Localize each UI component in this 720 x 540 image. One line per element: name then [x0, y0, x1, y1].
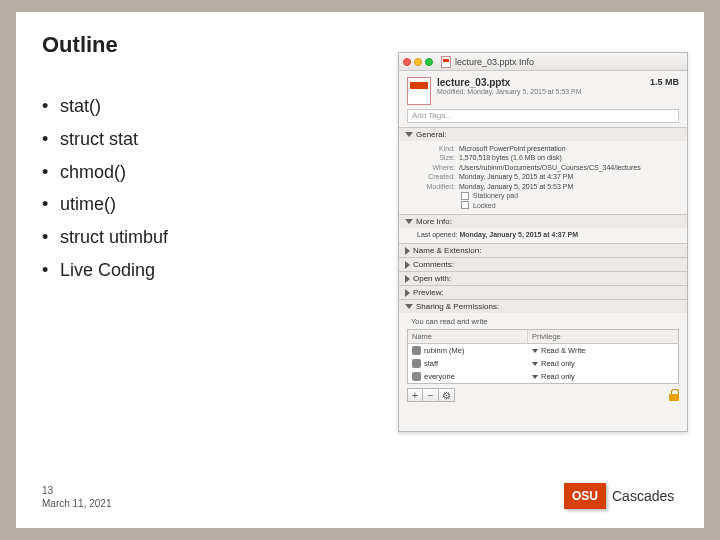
disclosure-triangle-icon[interactable] [405, 261, 410, 269]
section-header-open-with[interactable]: Open with: [399, 272, 687, 285]
disclosure-triangle-icon[interactable] [405, 275, 410, 283]
file-size: 1.5 MB [650, 77, 679, 87]
user-icon [412, 346, 421, 355]
kind-value: Microsoft PowerPoint presentation [459, 144, 679, 153]
logo-text: Cascades [612, 488, 674, 504]
disclosure-triangle-icon[interactable] [405, 219, 413, 224]
section-label: General: [416, 130, 447, 139]
gear-icon: ⚙ [442, 390, 451, 401]
action-button[interactable]: ⚙ [439, 388, 455, 402]
size-label: Size: [417, 153, 459, 162]
user-name: everyone [424, 372, 455, 381]
disclosure-triangle-icon[interactable] [405, 132, 413, 137]
where-value: /Users/rubinm/Documents/OSU_Courses/CS_3… [459, 163, 679, 172]
minimize-icon[interactable] [414, 58, 422, 66]
slide-date: March 11, 2021 [42, 497, 112, 510]
file-icon [441, 56, 451, 68]
list-item: stat() [42, 92, 168, 121]
list-item: utime() [42, 190, 168, 219]
group-icon [412, 359, 421, 368]
slide-footer: 13 March 11, 2021 [42, 484, 112, 510]
disclosure-triangle-icon[interactable] [405, 304, 413, 309]
zoom-icon[interactable] [425, 58, 433, 66]
locked-checkbox[interactable] [461, 201, 469, 209]
table-row[interactable]: staff Read only [408, 357, 678, 370]
size-value: 1,570,518 bytes (1.6 MB on disk) [459, 153, 679, 162]
section-header-general[interactable]: General: [399, 128, 687, 141]
user-name: rubinm (Me) [424, 346, 464, 355]
dropdown-icon[interactable] [532, 375, 538, 379]
section-label: Preview: [413, 288, 444, 297]
created-label: Created: [417, 172, 459, 181]
info-header: lecture_03.pptx Modified: Monday, Januar… [399, 71, 687, 109]
disclosure-triangle-icon[interactable] [405, 289, 410, 297]
table-row[interactable]: everyone Read only [408, 370, 678, 383]
section-label: Name & Extension: [413, 246, 481, 255]
stationery-label: Stationery pad [473, 191, 518, 200]
osu-cascades-logo: OSU Cascades [564, 480, 684, 512]
section-sharing: Sharing & Permissions: You can read and … [399, 299, 687, 408]
permissions-message: You can read and write [407, 317, 679, 326]
group-icon [412, 372, 421, 381]
privilege-value: Read only [541, 359, 575, 368]
section-header-comments[interactable]: Comments: [399, 258, 687, 271]
col-name: Name [408, 330, 528, 343]
user-name: staff [424, 359, 438, 368]
list-item: Live Coding [42, 256, 168, 285]
remove-user-button[interactable]: − [423, 388, 439, 402]
where-label: Where: [417, 163, 459, 172]
dropdown-icon[interactable] [532, 349, 538, 353]
privilege-value: Read & Write [541, 346, 585, 355]
dropdown-icon[interactable] [532, 362, 538, 366]
file-icon [407, 77, 431, 105]
file-name: lecture_03.pptx [437, 77, 644, 88]
col-privilege: Privilege [528, 330, 678, 343]
page-number: 13 [42, 484, 112, 497]
permissions-table: Name Privilege rubinm (Me) Read & Write … [407, 329, 679, 384]
locked-label: Locked [473, 201, 496, 210]
disclosure-triangle-icon[interactable] [405, 247, 410, 255]
modified-line: Modified: Monday, January 5, 2015 at 5:5… [437, 88, 644, 95]
created-value: Monday, January 5, 2015 at 4:37 PM [459, 172, 679, 181]
modified-value: Monday, January 5, 2015 at 5:53 PM [459, 182, 679, 191]
add-tags-field[interactable]: Add Tags… [407, 109, 679, 123]
titlebar[interactable]: lecture_03.pptx Info [399, 53, 687, 71]
stationery-checkbox[interactable] [461, 192, 469, 200]
section-header-name-ext[interactable]: Name & Extension: [399, 244, 687, 257]
last-opened-label: Last opened: [417, 231, 457, 238]
traffic-lights [403, 58, 433, 66]
logo-badge: OSU [564, 483, 606, 509]
section-header-more-info[interactable]: More Info: [399, 215, 687, 228]
section-header-preview[interactable]: Preview: [399, 286, 687, 299]
close-icon[interactable] [403, 58, 411, 66]
table-row[interactable]: rubinm (Me) Read & Write [408, 344, 678, 357]
window-title: lecture_03.pptx Info [455, 57, 534, 67]
list-item: struct utimbuf [42, 223, 168, 252]
slide: Outline stat() struct stat chmod() utime… [16, 12, 704, 528]
bullet-list: stat() struct stat chmod() utime() struc… [42, 92, 168, 289]
slide-title: Outline [42, 32, 118, 58]
section-more-info: More Info: Last opened: Monday, January … [399, 214, 687, 243]
section-label: Comments: [413, 260, 454, 269]
kind-label: Kind: [417, 144, 459, 153]
section-label: Sharing & Permissions: [416, 302, 499, 311]
privilege-value: Read only [541, 372, 575, 381]
last-opened-value: Monday, January 5, 2015 at 4:37 PM [459, 231, 578, 238]
section-label: More Info: [416, 217, 452, 226]
section-label: Open with: [413, 274, 451, 283]
list-item: chmod() [42, 158, 168, 187]
modified-label: Modified: [417, 182, 459, 191]
section-general: General: Kind:Microsoft PowerPoint prese… [399, 127, 687, 214]
section-header-sharing[interactable]: Sharing & Permissions: [399, 300, 687, 313]
add-user-button[interactable]: + [407, 388, 423, 402]
lock-icon[interactable] [669, 389, 679, 401]
info-window: lecture_03.pptx Info lecture_03.pptx Mod… [398, 52, 688, 432]
list-item: struct stat [42, 125, 168, 154]
